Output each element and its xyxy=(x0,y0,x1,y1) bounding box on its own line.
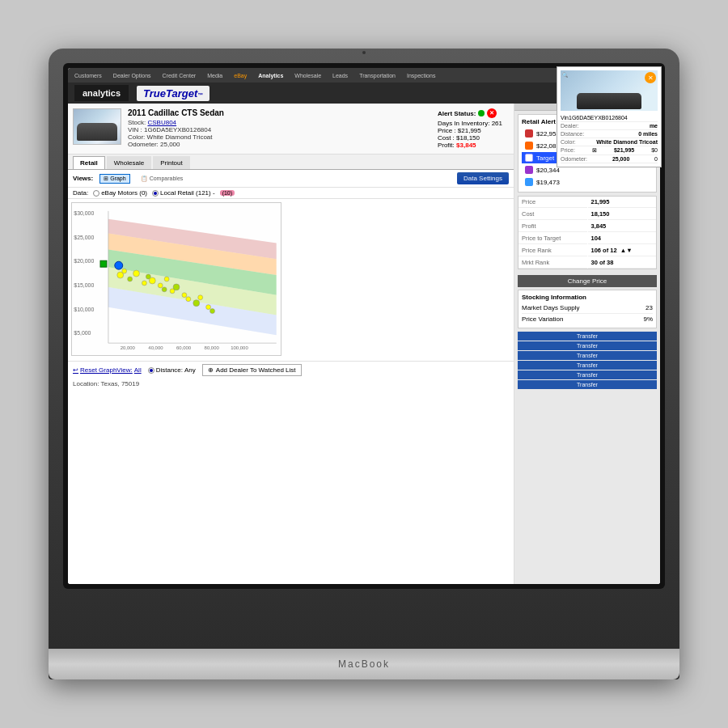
svg-point-25 xyxy=(164,277,169,281)
transfer-btn-4[interactable]: Transfer xyxy=(518,361,657,370)
local-retail-option[interactable]: Local Retail (121) - xyxy=(152,189,215,197)
tab-wholesale[interactable]: Wholesale xyxy=(107,156,151,169)
nav-dealer-options[interactable]: Dealer Options xyxy=(110,71,154,80)
svg-text:$5,000: $5,000 xyxy=(74,330,91,336)
nav-ebay[interactable]: eBay xyxy=(231,71,250,80)
mrkt-rank-value-cell: 30 of 38 xyxy=(588,257,657,269)
cost-value-cell: 18,150 xyxy=(588,209,657,220)
nav-media[interactable]: Media xyxy=(204,71,226,80)
color-row: Color: White Diamond Tricoat xyxy=(128,133,224,141)
purple-dot xyxy=(525,166,533,174)
nav-transportation[interactable]: Transportation xyxy=(356,71,399,80)
svg-point-27 xyxy=(173,284,180,290)
svg-text:100,000: 100,000 xyxy=(231,345,248,350)
alert-close-btn[interactable]: ✕ xyxy=(487,108,497,118)
distance-option[interactable]: Distance: Any xyxy=(148,366,196,374)
transfer-btn-5[interactable]: Transfer xyxy=(518,370,657,379)
mrkt-rank-label-cell: Mrkt Rank xyxy=(518,257,587,269)
data-label: Data: xyxy=(73,189,88,197)
macbook-label: MacBook xyxy=(338,658,390,670)
chart-area: $30,000 $25,000 $20,000 $15,000 $10,000 … xyxy=(68,199,514,361)
alert-dot xyxy=(478,110,485,116)
ebay-motors-option[interactable]: eBay Motors (0) xyxy=(93,189,147,197)
red-dot xyxy=(525,129,533,138)
tab-retail[interactable]: Retail xyxy=(73,156,105,169)
price-variation-label: Price Variation xyxy=(522,315,563,323)
svg-point-29 xyxy=(186,297,191,302)
svg-point-17 xyxy=(122,269,127,273)
svg-point-34 xyxy=(115,261,123,269)
vehicle-details: 2011 Cadillac CTS Sedan Stock: CSBU804 V… xyxy=(128,108,224,149)
odometer-row: Odometer: 25,000 xyxy=(128,141,224,148)
stock-link[interactable]: CSBU804 xyxy=(147,119,176,126)
transfer-btn-1[interactable]: Transfer xyxy=(518,332,657,341)
target-dot xyxy=(525,154,533,162)
price-badge-5: $19,473 xyxy=(522,176,653,188)
chart-bottom: ↩ Reset GraphView: All Distance: Any ⊕ A… xyxy=(68,361,514,379)
svg-point-33 xyxy=(210,309,215,314)
transfer-btn-2[interactable]: Transfer xyxy=(518,341,657,350)
car-image xyxy=(73,108,121,145)
price-to-target-label-cell: Price to Target xyxy=(518,233,587,244)
change-price-btn[interactable]: Change Price xyxy=(518,275,657,287)
svg-text:20,000: 20,000 xyxy=(121,345,136,350)
views-label: Views: xyxy=(73,175,93,182)
svg-text:$10,000: $10,000 xyxy=(74,307,94,312)
market-days-label: Market Days Supply xyxy=(522,304,580,311)
transfer-buttons: Transfer Transfer Transfer Transfer Tran… xyxy=(518,332,657,389)
data-row: Data: eBay Motors (0) Local Retail (121)… xyxy=(68,188,514,199)
left-panel: 2011 Cadillac CTS Sedan Stock: CSBU804 V… xyxy=(68,104,514,584)
price-value-cell: 21,995 xyxy=(588,197,657,208)
svg-text:$30,000: $30,000 xyxy=(74,210,94,216)
tab-printout[interactable]: Printout xyxy=(153,156,190,169)
svg-point-28 xyxy=(182,293,187,298)
chart-container: $30,000 $25,000 $20,000 $15,000 $10,000 … xyxy=(71,202,281,356)
alert-status-mini: Alert Status: ✕ Days In Inventory: 261 P… xyxy=(431,108,509,149)
local-retail-radio[interactable] xyxy=(152,190,159,197)
vehicle-info: 2011 Cadillac CTS Sedan Stock: CSBU804 V… xyxy=(68,104,514,154)
market-days-value: 23 xyxy=(645,304,653,311)
nav-customers[interactable]: Customers xyxy=(71,71,105,80)
price-variation-value: 9% xyxy=(643,315,653,323)
count-badge: (10) xyxy=(220,190,235,196)
svg-point-30 xyxy=(193,300,200,307)
svg-point-18 xyxy=(128,277,133,281)
rank-arrows[interactable]: ▲▼ xyxy=(620,247,633,254)
comparables-btn[interactable]: 📋 Comparables xyxy=(137,175,188,183)
vin-row: VIN : 1G6DA5EYXB0126804 xyxy=(128,126,224,133)
svg-text:$25,000: $25,000 xyxy=(74,235,94,240)
nav-leads[interactable]: Leads xyxy=(329,71,351,80)
cost-label-cell: Cost xyxy=(518,209,587,220)
main-content: 2011 Cadillac CTS Sedan Stock: CSBU804 V… xyxy=(68,104,660,584)
transfer-btn-6[interactable]: Transfer xyxy=(518,380,657,389)
vehicle-title: 2011 Cadillac CTS Sedan xyxy=(128,108,224,117)
ebay-radio[interactable] xyxy=(93,190,99,197)
transfer-btn-3[interactable]: Transfer xyxy=(518,351,657,360)
profit-label-cell: Profit xyxy=(518,221,587,232)
svg-point-23 xyxy=(158,283,163,288)
nav-credit-center[interactable]: Credit Center xyxy=(159,71,200,80)
graph-view-btn[interactable]: ⊞ Graph xyxy=(99,174,129,184)
reset-graphview-btn[interactable]: ↩ Reset GraphView: All xyxy=(73,366,142,374)
svg-text:80,000: 80,000 xyxy=(205,345,220,350)
nav-inspections[interactable]: Inspections xyxy=(404,71,438,80)
nav-wholesale[interactable]: Wholesale xyxy=(291,71,324,80)
svg-point-31 xyxy=(198,295,203,300)
stats-grid: Price 21,995 Cost 18,150 xyxy=(518,196,657,269)
right-sidebar: Print Retail Alert Status $22,958 xyxy=(514,104,660,584)
stocking-section: Stocking Information Market Days Supply … xyxy=(518,290,657,328)
analytics-label: analytics xyxy=(74,85,129,101)
svg-text:$15,000: $15,000 xyxy=(74,282,94,288)
nav-analytics[interactable]: Analytics xyxy=(255,71,286,80)
stock-row: Stock: CSBU804 xyxy=(128,119,224,126)
svg-text:40,000: 40,000 xyxy=(148,345,163,350)
add-dealer-btn[interactable]: ⊕ Add Dealer To Watched List xyxy=(202,364,302,376)
svg-text:60,000: 60,000 xyxy=(176,345,192,350)
price-rank-value-cell: 106 of 12 ▲▼ xyxy=(588,245,657,256)
profit-value: $3,845 xyxy=(456,142,476,149)
svg-point-20 xyxy=(142,281,146,286)
price-to-target-value-cell: 104 xyxy=(588,233,657,244)
scatter-chart: $30,000 $25,000 $20,000 $15,000 $10,000 … xyxy=(72,203,281,355)
data-settings-btn[interactable]: Data Settings xyxy=(457,172,509,184)
svg-text:$20,000: $20,000 xyxy=(74,258,94,264)
